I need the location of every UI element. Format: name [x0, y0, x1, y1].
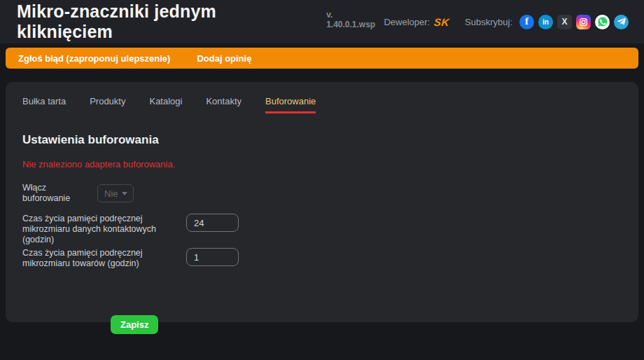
add-feedback-link[interactable]: Dodaj opinię [197, 53, 251, 64]
camera-glyph [579, 18, 588, 27]
developer-label: Deweloper: [384, 17, 430, 27]
social-links: f in X [519, 15, 629, 29]
facebook-icon[interactable]: f [519, 15, 534, 29]
error-message: Nie znaleziono adaptera buforowania. [22, 159, 622, 169]
caching-form: Włącz buforowanie Nie Czas życia pamięci… [22, 183, 622, 276]
whatsapp-icon[interactable] [595, 15, 610, 29]
version-label: v. 1.40.0.1.wsp [326, 10, 384, 29]
x-twitter-icon[interactable]: X [557, 15, 572, 29]
section-heading: Ustawienia buforowania [22, 133, 622, 147]
products-ttl-label: Czas życia pamięci podręcznej mikrozmiar… [22, 248, 186, 269]
action-bar: Zgłoś błąd (zaproponuj ulepszenie) Dodaj… [6, 48, 638, 69]
products-ttl-input[interactable] [186, 248, 239, 266]
linkedin-icon[interactable]: in [538, 15, 553, 29]
page-title: Mikro-znaczniki jednym kliknięciem [17, 1, 316, 42]
sk-developer-logo[interactable]: SK [433, 16, 450, 28]
products-ttl-row: Czas życia pamięci podręcznej mikrozmiar… [22, 248, 622, 276]
chevron-down-icon [122, 192, 127, 195]
contacts-ttl-label: Czas życia pamięci podręcznej mikrozmiar… [22, 214, 186, 245]
whatsapp-glyph [597, 16, 608, 27]
settings-card: Bułka tarta Produkty Katalogi Kontakty B… [6, 82, 638, 322]
subscribe-label: Subskrybuj: [465, 17, 512, 27]
contacts-ttl-input[interactable] [186, 214, 239, 232]
report-bug-link[interactable]: Zgłoś błąd (zaproponuj ulepszenie) [18, 53, 170, 64]
tab-bulka-tarta[interactable]: Bułka tarta [22, 96, 66, 113]
tab-katalogi[interactable]: Katalogi [149, 96, 182, 113]
contacts-ttl-row: Czas życia pamięci podręcznej mikrozmiar… [22, 214, 622, 245]
tab-buforowanie[interactable]: Buforowanie [265, 96, 316, 113]
tab-produkty[interactable]: Produkty [90, 96, 125, 113]
enable-caching-select[interactable]: Nie [97, 184, 134, 202]
enable-caching-row: Włącz buforowanie Nie [22, 183, 622, 204]
tab-bar: Bułka tarta Produkty Katalogi Kontakty B… [22, 96, 622, 113]
enable-caching-value: Nie [104, 188, 118, 199]
save-button[interactable]: Zapisz [111, 315, 158, 334]
telegram-icon[interactable] [614, 15, 629, 29]
header-right: Deweloper: SK Subskrybuj: f in X [384, 15, 629, 29]
paper-plane-glyph [617, 18, 626, 26]
title-wrap: Mikro-znaczniki jednym kliknięciem v. 1.… [17, 1, 384, 42]
page-header: Mikro-znaczniki jednym kliknięciem v. 1.… [0, 0, 644, 43]
instagram-icon[interactable] [576, 15, 591, 29]
tab-kontakty[interactable]: Kontakty [206, 96, 241, 113]
enable-caching-label: Włącz buforowanie [22, 183, 97, 204]
